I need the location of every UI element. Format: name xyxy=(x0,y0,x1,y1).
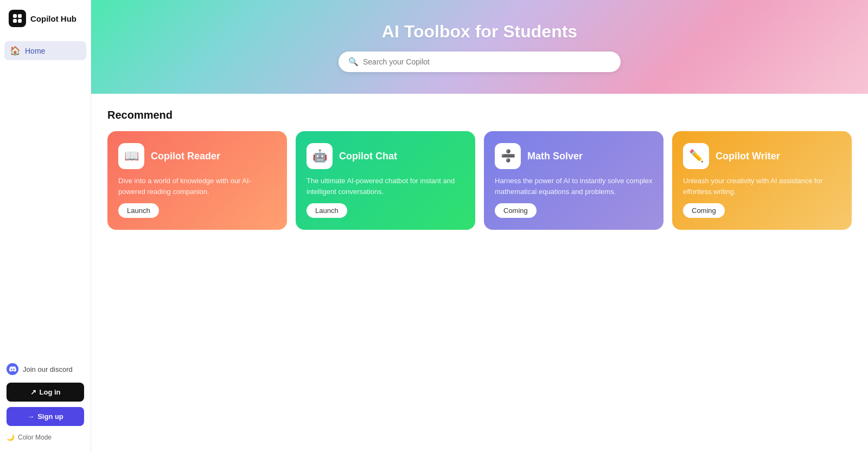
card-reader-header: 📖 Copilot Reader xyxy=(118,143,276,169)
signup-icon: → xyxy=(27,412,34,421)
card-chat-header: 🤖 Copilot Chat xyxy=(307,143,464,169)
login-label: Log in xyxy=(40,388,61,396)
login-icon: ↗ xyxy=(30,388,36,396)
card-math-header: ➗ Math Solver xyxy=(495,143,653,169)
cards-grid: 📖 Copilot Reader Dive into a world of kn… xyxy=(107,131,852,230)
sidebar: Copilot Hub 🏠 Home Join our discord ↗ Lo… xyxy=(0,0,91,452)
card-chat[interactable]: 🤖 Copilot Chat The ultimate AI-powered c… xyxy=(296,131,475,230)
card-writer-icon: ✏️ xyxy=(683,143,709,169)
card-chat-icon: 🤖 xyxy=(307,143,333,169)
color-mode-label: Color Mode xyxy=(18,434,52,441)
signup-button[interactable]: → Sign up xyxy=(7,407,84,426)
search-input[interactable] xyxy=(363,57,611,66)
card-reader-desc: Dive into a world of knowledge with our … xyxy=(118,176,276,197)
discord-icon xyxy=(7,363,18,375)
card-writer-desc: Unleash your creativity with AI assistan… xyxy=(683,176,841,197)
card-reader[interactable]: 📖 Copilot Reader Dive into a world of kn… xyxy=(107,131,287,230)
card-math-icon: ➗ xyxy=(495,143,521,169)
card-writer[interactable]: ✏️ Copilot Writer Unleash your creativit… xyxy=(672,131,852,230)
svg-rect-1 xyxy=(18,14,22,18)
signup-label: Sign up xyxy=(37,412,63,421)
search-icon: 🔍 xyxy=(348,57,359,67)
card-writer-button[interactable]: Coming xyxy=(683,203,725,218)
card-writer-header: ✏️ Copilot Writer xyxy=(683,143,841,169)
discord-button[interactable]: Join our discord xyxy=(7,361,84,377)
card-reader-title: Copilot Reader xyxy=(151,151,220,162)
search-bar: 🔍 xyxy=(339,51,621,72)
card-chat-desc: The ultimate AI-powered chatbot for inst… xyxy=(307,176,464,197)
card-writer-title: Copilot Writer xyxy=(716,151,780,162)
login-button[interactable]: ↗ Log in xyxy=(7,383,84,402)
card-reader-icon: 📖 xyxy=(118,143,144,169)
logo-text: Copilot Hub xyxy=(30,14,76,23)
discord-label: Join our discord xyxy=(23,365,73,373)
card-math-desc: Harness the power of AI to instantly sol… xyxy=(495,176,653,197)
main-content: AI Toolbox for Students 🔍 Recommend 📖 Co… xyxy=(91,0,868,452)
card-reader-button[interactable]: Launch xyxy=(118,203,159,218)
content-area: Recommend 📖 Copilot Reader Dive into a w… xyxy=(91,94,868,245)
sidebar-nav: 🏠 Home xyxy=(0,37,91,64)
recommend-title: Recommend xyxy=(107,109,852,121)
logo-icon xyxy=(9,10,26,27)
logo-area: Copilot Hub xyxy=(0,0,91,37)
color-mode-icon: 🌙 xyxy=(7,434,15,441)
card-chat-title: Copilot Chat xyxy=(339,151,397,162)
color-mode-toggle[interactable]: 🌙 Color Mode xyxy=(7,431,84,443)
card-math-button[interactable]: Coming xyxy=(495,203,537,218)
card-math-title: Math Solver xyxy=(527,151,583,162)
hero-title: AI Toolbox for Students xyxy=(382,22,577,42)
svg-rect-0 xyxy=(13,14,17,18)
sidebar-bottom: Join our discord ↗ Log in → Sign up 🌙 Co… xyxy=(0,352,91,452)
svg-rect-3 xyxy=(18,19,22,23)
card-math[interactable]: ➗ Math Solver Harness the power of AI to… xyxy=(484,131,663,230)
hero-banner: AI Toolbox for Students 🔍 xyxy=(91,0,868,94)
home-icon: 🏠 xyxy=(10,46,21,56)
svg-rect-2 xyxy=(13,19,17,23)
sidebar-item-home[interactable]: 🏠 Home xyxy=(4,41,86,60)
card-chat-button[interactable]: Launch xyxy=(307,203,347,218)
sidebar-item-home-label: Home xyxy=(25,47,45,55)
